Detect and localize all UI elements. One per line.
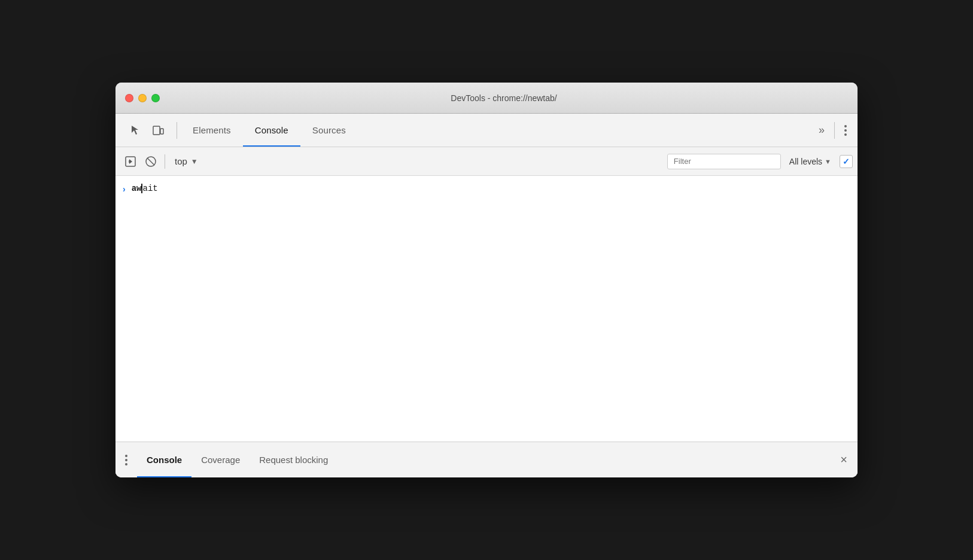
context-selector[interactable]: top ▼ xyxy=(169,154,667,169)
bottom-tabs: Console Coverage Request blocking xyxy=(137,442,835,477)
inspect-icon xyxy=(129,124,141,136)
console-divider-1 xyxy=(165,154,165,169)
toolbar-icons xyxy=(120,120,173,141)
svg-marker-4 xyxy=(129,159,132,164)
title-bar: DevTools - chrome://newtab/ xyxy=(115,83,858,114)
window-title: DevTools - chrome://newtab/ xyxy=(160,93,848,103)
tab-console[interactable]: Console xyxy=(243,114,300,147)
bottom-panel: Console Coverage Request blocking × xyxy=(115,442,858,477)
console-output[interactable]: › await xyxy=(115,176,858,442)
toolbar-divider-1 xyxy=(177,122,177,139)
device-icon xyxy=(152,124,164,136)
bottom-tab-request-blocking[interactable]: Request blocking xyxy=(250,442,337,477)
more-tabs-button[interactable]: » xyxy=(813,124,831,136)
svg-line-6 xyxy=(147,158,154,165)
devtools-body: Elements Console Sources » xyxy=(115,114,858,477)
filter-input[interactable] xyxy=(667,154,781,169)
main-tabs: Elements Console Sources xyxy=(181,114,813,147)
kebab-dot-2 xyxy=(844,129,847,132)
devtools-window: DevTools - chrome://newtab/ xyxy=(115,83,858,477)
kebab-dot-3 xyxy=(844,133,847,136)
kebab-dot-1 xyxy=(844,125,847,127)
sidebar-icon xyxy=(125,156,136,167)
show-sidebar-button[interactable] xyxy=(121,153,139,171)
levels-dropdown-arrow: ▼ xyxy=(825,158,831,165)
svg-rect-0 xyxy=(153,126,160,135)
minimize-button[interactable] xyxy=(138,94,147,102)
expand-arrow-icon[interactable]: › xyxy=(123,184,126,194)
console-toolbar: top ▼ All levels ▼ ✓ xyxy=(115,147,858,176)
toolbar-menu-button[interactable] xyxy=(838,125,853,136)
checkmark-icon: ✓ xyxy=(843,157,850,166)
context-dropdown-arrow: ▼ xyxy=(191,157,198,166)
toolbar-divider-2 xyxy=(834,122,835,139)
bottom-kebab-dot-2 xyxy=(125,459,127,461)
console-entry: › await xyxy=(115,181,858,197)
bottom-kebab-dot-3 xyxy=(125,463,127,465)
bottom-tab-coverage[interactable]: Coverage xyxy=(191,442,250,477)
main-toolbar: Elements Console Sources » xyxy=(115,114,858,147)
console-entry-text: await xyxy=(132,183,158,195)
device-toolbar-button[interactable] xyxy=(148,120,168,141)
clear-console-button[interactable] xyxy=(142,153,160,171)
bottom-tab-console[interactable]: Console xyxy=(137,442,191,477)
hide-network-checkbox[interactable]: ✓ xyxy=(840,155,853,168)
inspect-element-button[interactable] xyxy=(125,120,145,141)
close-button[interactable] xyxy=(125,94,133,102)
log-levels-button[interactable]: All levels ▼ xyxy=(783,154,837,169)
tab-sources[interactable]: Sources xyxy=(300,114,358,147)
tab-elements[interactable]: Elements xyxy=(181,114,243,147)
maximize-button[interactable] xyxy=(151,94,160,102)
no-entry-icon xyxy=(145,156,157,168)
traffic-lights xyxy=(125,94,160,102)
bottom-menu-button[interactable] xyxy=(120,450,132,470)
filter-section: All levels ▼ ✓ xyxy=(667,154,853,169)
svg-rect-1 xyxy=(160,129,163,134)
bottom-kebab-dot-1 xyxy=(125,455,127,457)
close-bottom-panel-button[interactable]: × xyxy=(835,451,853,469)
